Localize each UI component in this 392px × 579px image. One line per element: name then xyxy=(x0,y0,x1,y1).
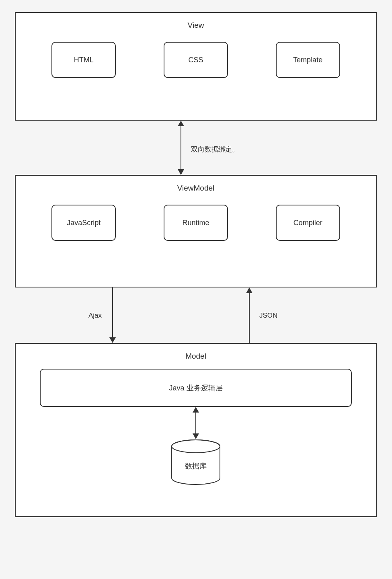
model-layer: Model Java 业务逻辑层 数据库 xyxy=(15,343,377,517)
viewmodel-box-row: JavaScript Runtime Compiler xyxy=(16,193,376,261)
viewmodel-layer: ViewModel JavaScript Runtime Compiler xyxy=(15,175,377,287)
viewmodel-box-javascript: JavaScript xyxy=(51,205,116,241)
svg-marker-1 xyxy=(178,121,184,126)
svg-marker-8 xyxy=(193,407,199,413)
connector-ajax-icon xyxy=(105,287,121,343)
viewmodel-box-compiler: Compiler xyxy=(276,205,340,241)
model-logic-box: Java 业务逻辑层 xyxy=(40,369,352,407)
viewmodel-layer-title: ViewModel xyxy=(16,176,376,193)
connector-ajax-label: Ajax xyxy=(88,312,102,320)
view-box-template: Template xyxy=(276,42,340,78)
database-label: 数据库 xyxy=(170,461,222,471)
view-box-css: CSS xyxy=(164,42,228,78)
viewmodel-box-runtime: Runtime xyxy=(164,205,228,241)
svg-marker-6 xyxy=(246,287,252,293)
svg-marker-4 xyxy=(109,337,116,343)
database-cylinder-icon: 数据库 xyxy=(170,439,222,485)
svg-marker-9 xyxy=(193,433,199,439)
database-wrap: 数据库 xyxy=(16,439,376,501)
connector-view-viewmodel-label: 双向数据绑定。 xyxy=(191,145,239,154)
view-layer: View HTML CSS Template xyxy=(15,12,377,121)
connector-logic-db-icon xyxy=(188,407,204,439)
svg-marker-2 xyxy=(178,169,184,175)
model-inner-arrow-wrap xyxy=(16,407,376,439)
view-box-row: HTML CSS Template xyxy=(16,30,376,98)
connector-json-label: JSON xyxy=(259,312,277,320)
connector-json-icon xyxy=(241,287,257,343)
model-layer-title: Model xyxy=(16,344,376,361)
view-layer-title: View xyxy=(16,13,376,30)
view-box-html: HTML xyxy=(51,42,116,78)
